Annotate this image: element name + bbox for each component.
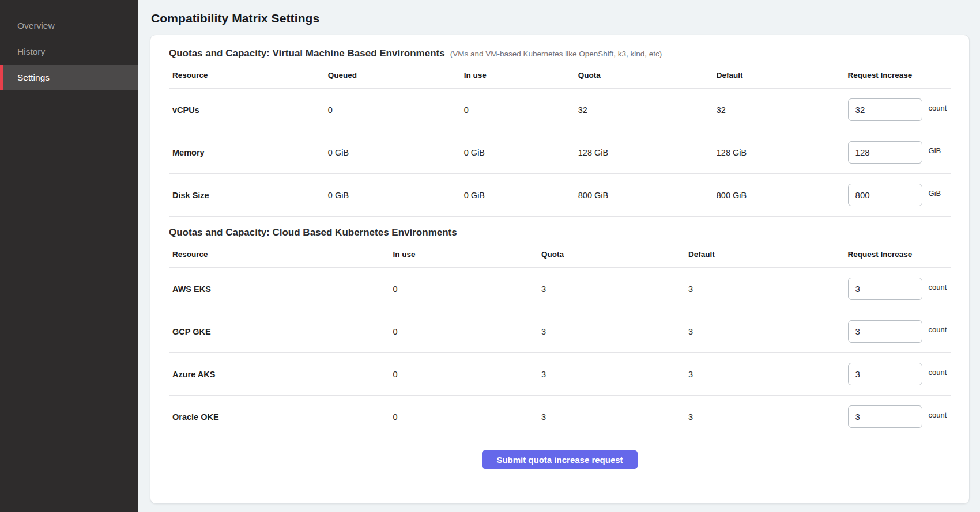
request-increase-input[interactable] xyxy=(848,184,922,206)
submit-quota-increase-button[interactable]: Submit quota increase request xyxy=(482,450,637,469)
column-header: Request Increase xyxy=(845,241,951,268)
resource-name: GCP GKE xyxy=(169,310,389,353)
column-header: Resource xyxy=(169,62,325,89)
resource-value: 3 xyxy=(538,396,685,438)
table-row: GCP GKE033count xyxy=(169,310,951,353)
vm-section-title: Quotas and Capacity: Virtual Machine Bas… xyxy=(169,48,445,59)
table-header-row: ResourceIn useQuotaDefaultRequest Increa… xyxy=(169,241,951,268)
resource-value: 0 xyxy=(389,353,538,396)
settings-card: Quotas and Capacity: Virtual Machine Bas… xyxy=(150,35,970,504)
resource-value: 0 xyxy=(389,396,538,438)
sidebar-item-label: Settings xyxy=(17,73,50,83)
resource-value: 128 GiB xyxy=(575,131,713,174)
column-header: Request Increase xyxy=(845,62,951,89)
unit-label: GiB xyxy=(929,189,941,198)
resource-name: Disk Size xyxy=(169,174,325,217)
cloud-section-heading: Quotas and Capacity: Cloud Based Kuberne… xyxy=(169,227,951,238)
request-increase-input[interactable] xyxy=(848,405,922,428)
column-header: Queued xyxy=(325,62,461,89)
resource-name: Oracle OKE xyxy=(169,396,389,438)
table-row: Disk Size0 GiB0 GiB800 GiB800 GiBGiB xyxy=(169,174,951,217)
column-header: Quota xyxy=(575,62,713,89)
resource-value: 0 xyxy=(325,89,461,131)
table-row: vCPUs003232count xyxy=(169,89,951,131)
column-header: Default xyxy=(713,62,845,89)
resource-value: 3 xyxy=(685,310,845,353)
sidebar-item-settings[interactable]: Settings xyxy=(0,65,138,90)
resource-value: 3 xyxy=(685,268,845,310)
column-header: Resource xyxy=(169,241,389,268)
request-increase-cell: count xyxy=(845,89,951,131)
resource-value: 0 xyxy=(461,89,575,131)
main-content: Compatibility Matrix Settings Quotas and… xyxy=(138,0,980,512)
table-header-row: ResourceQueuedIn useQuotaDefaultRequest … xyxy=(169,62,951,89)
resource-value: 3 xyxy=(538,268,685,310)
unit-label: count xyxy=(929,325,947,334)
resource-value: 3 xyxy=(685,353,845,396)
sidebar: OverviewHistorySettings xyxy=(0,0,138,512)
resource-value: 32 xyxy=(575,89,713,131)
unit-label: count xyxy=(929,411,947,419)
unit-label: count xyxy=(929,104,947,112)
resource-value: 0 xyxy=(389,268,538,310)
vm-section-subtitle: (VMs and VM-based Kubernetes like OpenSh… xyxy=(450,50,662,58)
request-increase-cell: count xyxy=(845,353,951,396)
unit-label: count xyxy=(929,368,947,377)
column-header: In use xyxy=(461,62,575,89)
request-increase-input[interactable] xyxy=(848,141,922,164)
request-increase-input[interactable] xyxy=(848,320,922,343)
resource-value: 800 GiB xyxy=(713,174,845,217)
resource-value: 800 GiB xyxy=(575,174,713,217)
cloud-section-title: Quotas and Capacity: Cloud Based Kuberne… xyxy=(169,227,457,238)
vm-quota-table: ResourceQueuedIn useQuotaDefaultRequest … xyxy=(169,62,951,217)
resource-value: 0 GiB xyxy=(461,174,575,217)
resource-name: Memory xyxy=(169,131,325,174)
vm-section-heading: Quotas and Capacity: Virtual Machine Bas… xyxy=(169,48,951,59)
column-header: Default xyxy=(685,241,845,268)
request-increase-input[interactable] xyxy=(848,98,922,121)
resource-value: 0 GiB xyxy=(325,131,461,174)
unit-label: GiB xyxy=(929,146,941,155)
request-increase-cell: count xyxy=(845,268,951,310)
request-increase-cell: count xyxy=(845,310,951,353)
resource-value: 0 GiB xyxy=(461,131,575,174)
resource-value: 0 GiB xyxy=(325,174,461,217)
resource-name: AWS EKS xyxy=(169,268,389,310)
resource-name: Azure AKS xyxy=(169,353,389,396)
table-row: Azure AKS033count xyxy=(169,353,951,396)
resource-value: 0 xyxy=(389,310,538,353)
resource-name: vCPUs xyxy=(169,89,325,131)
resource-value: 3 xyxy=(685,396,845,438)
unit-label: count xyxy=(929,283,947,291)
column-header: In use xyxy=(389,241,538,268)
table-row: Oracle OKE033count xyxy=(169,396,951,438)
resource-value: 3 xyxy=(538,353,685,396)
page-title: Compatibility Matrix Settings xyxy=(151,12,970,25)
resource-value: 3 xyxy=(538,310,685,353)
request-increase-input[interactable] xyxy=(848,278,922,300)
submit-row: Submit quota increase request xyxy=(169,438,951,469)
request-increase-cell: GiB xyxy=(845,131,951,174)
sidebar-item-label: History xyxy=(17,47,45,57)
cloud-quota-table: ResourceIn useQuotaDefaultRequest Increa… xyxy=(169,241,951,438)
resource-value: 32 xyxy=(713,89,845,131)
table-row: Memory0 GiB0 GiB128 GiB128 GiBGiB xyxy=(169,131,951,174)
sidebar-item-label: Overview xyxy=(17,21,55,31)
table-row: AWS EKS033count xyxy=(169,268,951,310)
column-header: Quota xyxy=(538,241,685,268)
request-increase-input[interactable] xyxy=(848,363,922,385)
request-increase-cell: count xyxy=(845,396,951,438)
sidebar-item-history[interactable]: History xyxy=(0,39,138,65)
resource-value: 128 GiB xyxy=(713,131,845,174)
sidebar-item-overview[interactable]: Overview xyxy=(0,13,138,39)
request-increase-cell: GiB xyxy=(845,174,951,217)
